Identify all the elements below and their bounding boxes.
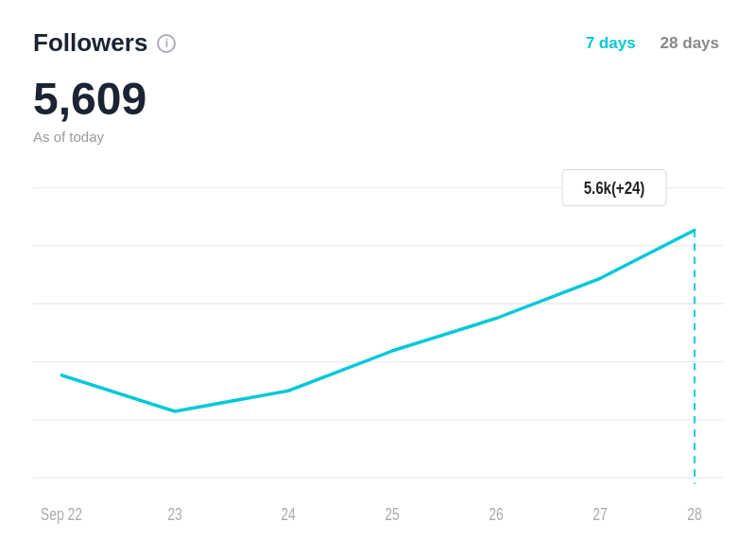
card-title: Followers <box>33 28 147 58</box>
header-left: Followers i <box>33 28 176 58</box>
svg-text:24: 24 <box>281 504 296 523</box>
chart-line <box>61 230 695 411</box>
card-header: Followers i 7 days 28 days <box>33 28 723 58</box>
svg-text:Sep 22: Sep 22 <box>41 504 82 523</box>
svg-text:5.6k(+24): 5.6k(+24) <box>584 177 645 198</box>
chart-area: 5.6k(+24) Sep 22 23 24 25 26 27 28 <box>33 164 723 538</box>
svg-text:25: 25 <box>385 504 400 523</box>
stat-value: 5,609 <box>33 75 723 125</box>
period-selector: 7 days 28 days <box>582 32 723 55</box>
svg-text:27: 27 <box>593 504 608 523</box>
info-icon[interactable]: i <box>157 34 176 53</box>
followers-card: Followers i 7 days 28 days 5,609 As of t… <box>0 0 756 557</box>
period-28-button[interactable]: 28 days <box>657 32 723 55</box>
svg-text:28: 28 <box>687 504 702 523</box>
stat-label: As of today <box>33 129 723 145</box>
period-7-button[interactable]: 7 days <box>582 32 640 55</box>
svg-text:26: 26 <box>489 504 504 523</box>
line-chart: 5.6k(+24) Sep 22 23 24 25 26 27 28 <box>33 164 723 538</box>
chart-tooltip: 5.6k(+24) <box>562 169 666 205</box>
svg-text:23: 23 <box>167 504 182 523</box>
